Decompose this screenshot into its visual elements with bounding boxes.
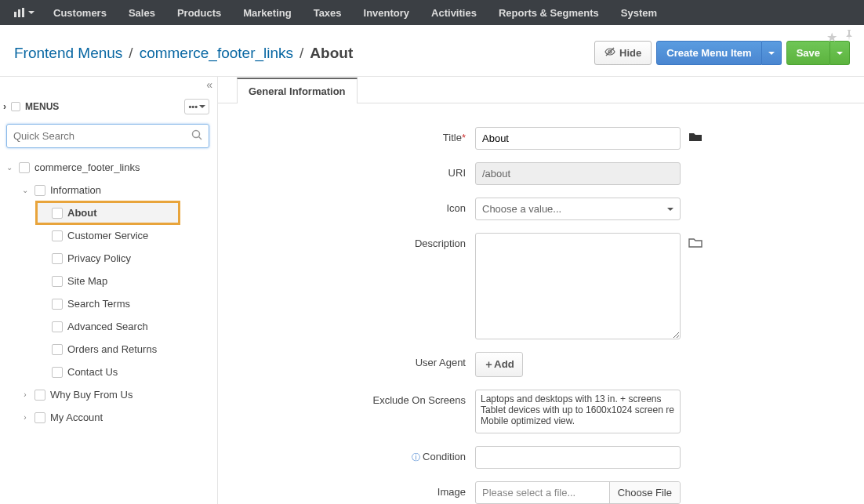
tree-label: Why Buy From Us — [50, 389, 133, 401]
add-button-label: Add — [494, 358, 514, 370]
tab-general-information[interactable]: General Information — [237, 78, 358, 103]
svg-rect-0 — [14, 12, 16, 17]
checkbox[interactable] — [52, 253, 63, 264]
tree-item[interactable]: Contact Us — [2, 361, 217, 383]
checkbox[interactable] — [34, 390, 45, 401]
tree-group-my-account[interactable]: › My Account — [2, 406, 217, 429]
image-label: Image — [218, 481, 475, 498]
chevron-right-icon[interactable]: › — [3, 101, 6, 112]
chevron-down-icon[interactable]: ⌄ — [5, 163, 14, 172]
pin-icon[interactable] — [844, 30, 855, 45]
checkbox[interactable] — [52, 367, 63, 378]
tree-item[interactable]: Search Terms — [2, 292, 217, 315]
tree-item[interactable]: Privacy Policy — [2, 247, 217, 270]
menu-tree: ⌄ commerce_footer_links ⌄ Information Ab… — [0, 156, 217, 429]
choose-file-button[interactable]: Choose File — [609, 482, 680, 503]
title-label: Title* — [218, 127, 475, 143]
svg-line-5 — [199, 137, 202, 140]
description-textarea[interactable] — [475, 233, 681, 339]
nav-inventory[interactable]: Inventory — [353, 0, 421, 25]
tree-label: Site Map — [67, 275, 107, 287]
checkbox[interactable] — [52, 230, 63, 241]
info-icon[interactable]: ⓘ — [412, 452, 420, 462]
folder-outline-icon[interactable] — [688, 233, 702, 251]
tree-root[interactable]: ⌄ commerce_footer_links — [2, 156, 217, 179]
tree-label: About — [67, 207, 97, 219]
tree-item[interactable]: Customer Service — [2, 224, 217, 247]
icon-select[interactable]: Choose a value... — [475, 198, 681, 220]
checkbox[interactable] — [52, 276, 63, 287]
uri-label: URI — [218, 162, 475, 179]
sidebar-header: › MENUS ••• — [0, 94, 217, 119]
plus-icon: ＋ — [484, 358, 494, 370]
checkbox[interactable] — [52, 299, 63, 310]
header-actions: Hide Create Menu Item Save — [594, 41, 850, 65]
nav-reports[interactable]: Reports & Segments — [488, 0, 610, 25]
tree-group-information[interactable]: ⌄ Information — [2, 179, 217, 201]
exclude-screens-label: Exclude On Screens — [218, 390, 475, 406]
exclude-screens-listbox[interactable]: Laptops and desktops with 13 in. + scree… — [475, 390, 681, 433]
create-menu-item-group: Create Menu Item — [656, 41, 781, 65]
tree-label: My Account — [50, 412, 103, 423]
uri-input — [475, 162, 681, 185]
eye-slash-icon — [604, 47, 615, 59]
nav-marketing[interactable]: Marketing — [232, 0, 302, 25]
checkbox[interactable] — [52, 321, 63, 332]
checkbox[interactable] — [34, 412, 45, 423]
svg-rect-2 — [22, 8, 24, 17]
description-label: Description — [218, 233, 475, 249]
nav-activities[interactable]: Activities — [420, 0, 488, 25]
create-menu-item-button[interactable]: Create Menu Item — [656, 41, 761, 65]
svg-point-4 — [193, 131, 200, 138]
menu-actions-button[interactable]: ••• — [184, 99, 209, 114]
save-button[interactable]: Save — [786, 41, 830, 65]
top-nav: Customers Sales Products Marketing Taxes… — [0, 0, 864, 25]
tree-group-why-buy[interactable]: › Why Buy From Us — [2, 383, 217, 406]
chevron-down-icon[interactable]: ⌄ — [20, 186, 30, 194]
ellipsis-icon: ••• — [188, 102, 198, 111]
breadcrumb-sep: / — [299, 45, 303, 62]
nav-sales[interactable]: Sales — [118, 0, 166, 25]
nav-system[interactable]: System — [610, 0, 668, 25]
content: General Information Title* URI Icon — [218, 77, 864, 504]
title-input[interactable] — [475, 127, 681, 150]
quick-search[interactable] — [6, 124, 209, 148]
nav-products[interactable]: Products — [166, 0, 232, 25]
create-menu-item-caret[interactable] — [762, 41, 782, 65]
tree-item[interactable]: Site Map — [2, 270, 217, 292]
tab-bar: General Information — [218, 77, 864, 103]
dashboard-icon[interactable] — [6, 8, 42, 17]
checkbox[interactable] — [52, 344, 63, 355]
search-icon — [191, 129, 202, 143]
checkbox[interactable] — [52, 208, 63, 219]
chevron-right-icon[interactable]: › — [20, 413, 30, 422]
add-button[interactable]: ＋Add — [475, 352, 523, 377]
tree-item-about[interactable]: About — [36, 201, 180, 224]
favorite-star-icon[interactable]: ★ — [826, 30, 837, 45]
tree-item[interactable]: Orders and Returns — [2, 338, 217, 361]
svg-rect-1 — [18, 9, 20, 17]
user-agent-label: User Agent — [218, 352, 475, 368]
page-pin-controls: ★ — [826, 30, 855, 45]
hide-button[interactable]: Hide — [594, 41, 652, 65]
nav-customers[interactable]: Customers — [42, 0, 118, 25]
tree-label: Customer Service — [67, 230, 148, 241]
breadcrumb-commerce-footer-links[interactable]: commerce_footer_links — [140, 45, 293, 62]
icon-label: Icon — [218, 198, 475, 214]
breadcrumb-frontend-menus[interactable]: Frontend Menus — [14, 45, 122, 62]
tree-label: Privacy Policy — [67, 252, 131, 264]
sidebar-collapse-icon[interactable]: « — [0, 77, 217, 94]
tree-label: Orders and Returns — [67, 343, 157, 355]
nav-taxes[interactable]: Taxes — [303, 0, 353, 25]
image-file-input[interactable]: Please select a file... Choose File — [475, 481, 681, 504]
checkbox[interactable] — [11, 102, 20, 111]
checkbox[interactable] — [19, 162, 30, 173]
search-input[interactable] — [13, 130, 191, 142]
sidebar: « › MENUS ••• ⌄ commerce_footer_links — [0, 77, 218, 504]
checkbox[interactable] — [34, 185, 45, 196]
folder-icon[interactable] — [688, 127, 702, 145]
tree-item[interactable]: Advanced Search — [2, 315, 217, 338]
chevron-right-icon[interactable]: › — [20, 390, 30, 399]
tree-label: Advanced Search — [67, 321, 148, 332]
condition-input[interactable] — [475, 446, 681, 469]
